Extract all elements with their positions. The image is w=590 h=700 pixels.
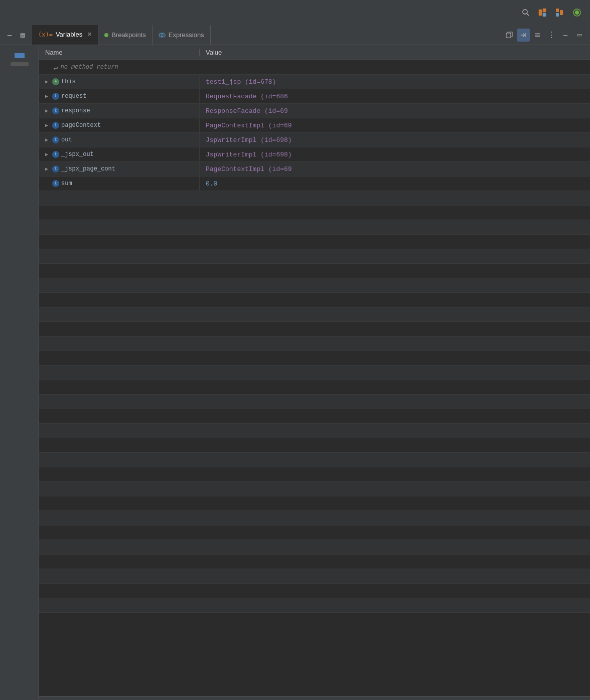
table-row: ▶ ● this test1_jsp (id=678) [39, 75, 590, 89]
top-toolbar [0, 0, 590, 25]
empty-row [39, 424, 590, 438]
empty-row [39, 598, 590, 613]
var-name: _jspx_out [61, 151, 94, 158]
variables-tab-label: Variables [56, 31, 82, 38]
var-name: response [61, 107, 90, 114]
var-icon: ● [52, 78, 59, 85]
svg-point-9 [575, 11, 579, 15]
empty-row [39, 496, 590, 511]
breakpoints-dot [104, 33, 108, 37]
table-row: ▶ t out JspWriterImpl (id=698) [39, 133, 590, 147]
empty-row [39, 278, 590, 293]
column-headers: Name Value [39, 45, 590, 60]
svg-rect-2 [539, 10, 542, 16]
var-name: pageContext [61, 122, 101, 129]
return-icon: ↵ [53, 63, 57, 72]
empty-row [39, 220, 590, 235]
variable-name-cell: t sum [39, 177, 200, 191]
empty-row [39, 584, 590, 598]
table-row: t sum 0.0 [39, 177, 590, 191]
variable-value-cell: ResponseFacade (id=69 [200, 107, 590, 115]
maximize-button[interactable]: ▭ [573, 29, 586, 42]
main-content: Name Value ↵ no method return ▶ ● this t… [0, 45, 590, 700]
empty-row [39, 569, 590, 584]
expand-arrow[interactable]: ▶ [43, 165, 50, 172]
restore-button[interactable] [503, 29, 516, 42]
var-icon: t [52, 107, 59, 114]
empty-row [39, 380, 590, 395]
no-method-return-row: ↵ no method return [39, 60, 590, 75]
minimize-button[interactable]: — [559, 29, 572, 42]
var-name: out [61, 136, 72, 143]
expand-arrow[interactable]: ▶ [43, 107, 50, 114]
var-name: this [61, 78, 76, 85]
variable-value-cell: JspWriterImpl (id=698) [200, 151, 590, 158]
empty-row [39, 249, 590, 264]
expand-arrow[interactable]: ▶ [43, 151, 50, 158]
empty-row [39, 438, 590, 453]
name-column-header: Name [39, 49, 200, 56]
tab-variables[interactable]: (x)= Variables ✕ [32, 25, 98, 45]
minimize-sidebar-button[interactable]: — [4, 30, 15, 41]
var-icon: t [52, 151, 59, 158]
table-row: ▶ t _jspx_page_cont PageContextImpl (id=… [39, 162, 590, 177]
table-row: ▶ t _jspx_out JspWriterImpl (id=698) [39, 147, 590, 162]
expand-arrow[interactable]: ▶ [43, 136, 50, 143]
variable-value-cell: test1_jsp (id=678) [200, 78, 590, 86]
empty-row [39, 366, 590, 380]
var-icon: t [52, 180, 59, 187]
variable-value-cell: PageContextImpl (id=69 [200, 122, 590, 129]
variable-value-cell: 0.0 [200, 180, 590, 188]
svg-point-0 [523, 10, 527, 14]
debugger-icon-2[interactable] [553, 6, 567, 20]
expressions-icon [159, 32, 166, 39]
expand-arrow[interactable]: ▶ [43, 78, 50, 85]
empty-row [39, 336, 590, 351]
step-over-button[interactable] [517, 29, 530, 42]
debugger-icon-3[interactable] [570, 6, 584, 20]
status-bar [39, 696, 590, 700]
empty-row [39, 511, 590, 526]
variable-value-cell: PageContextImpl (id=69 [200, 165, 590, 173]
no-method-return-label: no method return [60, 64, 118, 71]
var-icon: t [52, 165, 59, 172]
sidebar-bar [11, 62, 29, 66]
var-icon: t [52, 122, 59, 129]
svg-rect-5 [556, 9, 559, 12]
tab-expressions[interactable]: Expressions [153, 25, 211, 45]
empty-row [39, 322, 590, 336]
svg-rect-7 [560, 10, 563, 15]
var-icon: t [52, 93, 59, 100]
tab-breakpoints[interactable]: Breakpoints [98, 25, 153, 45]
more-options-button[interactable]: ⋮ [545, 29, 558, 42]
empty-row [39, 235, 590, 249]
variables-tab-prefix: (x)= [38, 31, 53, 38]
empty-row [39, 555, 590, 569]
variables-tab-close[interactable]: ✕ [87, 31, 92, 38]
var-name: request [61, 93, 86, 100]
layout-button[interactable]: ▤ [17, 30, 28, 41]
empty-row [39, 351, 590, 366]
empty-row [39, 409, 590, 424]
expand-arrow[interactable]: ▶ [43, 122, 50, 129]
variable-name-cell: ▶ t request [39, 89, 200, 103]
empty-row [39, 526, 590, 540]
variable-value-cell: RequestFacade (id=686 [200, 93, 590, 100]
empty-row [39, 453, 590, 467]
table-row: ▶ t pageContext PageContextImpl (id=69 [39, 118, 590, 133]
frames-button[interactable] [531, 29, 544, 42]
tab-bar: — ▤ (x)= Variables ✕ Breakpoints Express… [0, 25, 590, 45]
debugger-icon-1[interactable] [536, 6, 550, 20]
variable-name-cell: ▶ t pageContext [39, 118, 200, 132]
empty-row [39, 613, 590, 627]
variable-value-cell: JspWriterImpl (id=698) [200, 136, 590, 144]
variable-name-cell: ▶ t _jspx_page_cont [39, 162, 200, 176]
empty-row [39, 540, 590, 555]
search-icon[interactable] [519, 6, 533, 20]
expand-arrow[interactable]: ▶ [43, 93, 50, 100]
sidebar-widget[interactable] [15, 53, 25, 58]
table-row: ▶ t request RequestFacade (id=686 [39, 89, 590, 104]
variable-name-cell: ▶ t _jspx_out [39, 147, 200, 161]
left-controls: — ▤ [0, 25, 32, 45]
empty-row [39, 307, 590, 322]
